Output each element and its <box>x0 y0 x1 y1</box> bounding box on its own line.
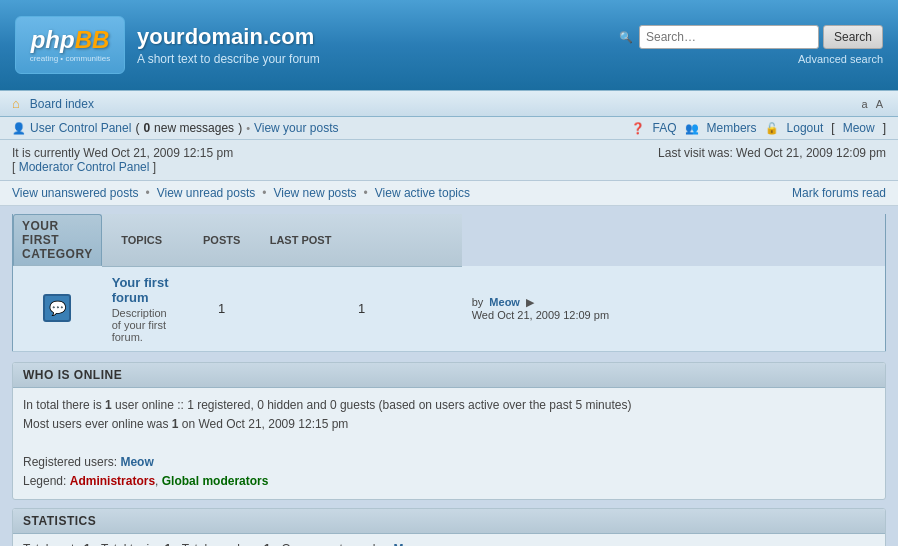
newest-user-link[interactable]: Meow <box>393 542 426 546</box>
members-icon: 👥 <box>685 122 699 135</box>
registered-pre: Registered users: <box>23 455 117 469</box>
forum-posts: 1 <box>262 266 462 351</box>
members-count: 1 <box>264 542 271 546</box>
faq-link[interactable]: FAQ <box>653 121 677 135</box>
col-last-post: LAST POST <box>262 214 462 266</box>
mod-panel-link[interactable]: Moderator Control Panel <box>19 160 150 174</box>
user-icon: 👤 <box>12 122 26 135</box>
forum-table: YOUR FIRST CATEGORY TOPICS POSTS LAST PO… <box>12 214 886 352</box>
forum-icon-glyph: 💬 <box>49 300 66 316</box>
user-bar-right: ❓ FAQ 👥 Members 🔓 Logout [ Meow ] <box>631 121 886 135</box>
ucp-link[interactable]: User Control Panel <box>30 121 131 135</box>
view-unanswered-link[interactable]: View unanswered posts <box>12 186 139 200</box>
forum-name-link[interactable]: Your first forum <box>112 275 169 305</box>
view-post-icon[interactable]: ▶ <box>526 296 534 308</box>
info-bar: It is currently Wed Oct 21, 2009 12:15 p… <box>0 140 898 181</box>
who-online-header: WHO IS ONLINE <box>13 363 885 388</box>
quicklinks-left: View unanswered posts • View unread post… <box>12 186 470 200</box>
posts-count: 1 <box>84 542 91 546</box>
header: phpBB creating • communities yourdomain.… <box>0 0 898 90</box>
advanced-search-link[interactable]: Advanced search <box>798 53 883 65</box>
last-post-time: Wed Oct 21, 2009 12:09 pm <box>472 309 609 321</box>
ql-sep3: • <box>364 186 368 200</box>
logo-text-bb: BB <box>75 26 110 53</box>
search-input[interactable] <box>639 25 819 49</box>
site-description: A short text to describe your forum <box>137 52 320 66</box>
info-bar-left: It is currently Wed Oct 21, 2009 12:15 p… <box>12 146 233 174</box>
logout-open: [ <box>831 121 834 135</box>
quicklinks-bar: View unanswered posts • View unread post… <box>0 181 898 206</box>
statistics-section: STATISTICS Total posts 1 • Total topics … <box>12 508 886 546</box>
members-link[interactable]: Members <box>707 121 757 135</box>
view-new-link[interactable]: View new posts <box>273 186 356 200</box>
forum-row: 💬 Your first forum Description of your f… <box>13 266 886 351</box>
search-icon: 🔍 <box>619 31 633 44</box>
mods-link[interactable]: Global moderators <box>162 474 269 488</box>
font-increase[interactable]: A <box>873 97 886 111</box>
last-post-by: by <box>472 296 484 308</box>
logout-icon: 🔓 <box>765 122 779 135</box>
forum-info-cell: Your first forum Description of your fir… <box>102 266 182 351</box>
mod-open: [ <box>12 160 15 174</box>
search-row: 🔍 Search <box>619 25 883 49</box>
current-time: It is currently Wed Oct 21, 2009 12:15 p… <box>12 146 233 160</box>
online-line1-post: user online :: 1 registered, 0 hidden an… <box>115 398 631 412</box>
nav-left: ⌂ Board index <box>12 96 94 111</box>
main-content: YOUR FIRST CATEGORY TOPICS POSTS LAST PO… <box>0 206 898 546</box>
online-line2-post: on Wed Oct 21, 2009 12:15 pm <box>182 417 349 431</box>
search-button[interactable]: Search <box>823 25 883 49</box>
view-unread-link[interactable]: View unread posts <box>157 186 256 200</box>
user-bar-left: 👤 User Control Panel ( 0 new messages ) … <box>12 121 338 135</box>
faq-icon: ❓ <box>631 122 645 135</box>
board-index-breadcrumb[interactable]: Board index <box>30 97 94 111</box>
ql-sep1: • <box>146 186 150 200</box>
username-link[interactable]: Meow <box>843 121 875 135</box>
forum-icon: 💬 <box>43 294 71 322</box>
info-bar-right: Last visit was: Wed Oct 21, 2009 12:09 p… <box>658 146 886 174</box>
who-online-body: In total there is 1 user online :: 1 reg… <box>13 388 885 500</box>
statistics-body: Total posts 1 • Total topics 1 • Total m… <box>13 534 885 546</box>
font-size-controls: a A <box>859 97 886 111</box>
online-line1-pre: In total there is <box>23 398 102 412</box>
legend-label: Legend: <box>23 474 66 488</box>
new-messages-count: 0 <box>143 121 150 135</box>
members-pre: • Total members <box>174 542 260 546</box>
user-bar: 👤 User Control Panel ( 0 new messages ) … <box>0 117 898 140</box>
category-title: YOUR FIRST CATEGORY <box>22 219 93 261</box>
newest-pre: • Our newest member <box>274 542 390 546</box>
last-post-user[interactable]: Meow <box>489 296 520 308</box>
font-decrease[interactable]: a <box>859 97 871 111</box>
logo-text: phpBB <box>31 28 110 52</box>
last-post-cell: by Meow ▶ Wed Oct 21, 2009 12:09 pm <box>462 266 886 351</box>
who-online-section: WHO IS ONLINE In total there is 1 user o… <box>12 362 886 501</box>
view-active-link[interactable]: View active topics <box>375 186 470 200</box>
separator-ucp: ) <box>238 121 242 135</box>
col-topics: TOPICS <box>102 214 182 266</box>
new-messages-text: new messages <box>154 121 234 135</box>
view-posts-link[interactable]: View your posts <box>254 121 339 135</box>
logout-link[interactable]: Logout <box>787 121 824 135</box>
search-area: 🔍 Search Advanced search <box>619 25 883 65</box>
topics-pre: • Total topics <box>94 542 161 546</box>
logo-sub: creating • communities <box>30 54 111 63</box>
logo-area: phpBB creating • communities yourdomain.… <box>15 16 320 74</box>
forum-topics: 1 <box>182 266 262 351</box>
logo: phpBB creating • communities <box>15 16 125 74</box>
col-posts: POSTS <box>182 214 262 266</box>
sep1: • <box>246 122 250 134</box>
ql-sep2: • <box>262 186 266 200</box>
logout-close: ] <box>883 121 886 135</box>
mark-read-link[interactable]: Mark forums read <box>792 186 886 200</box>
registered-user-link[interactable]: Meow <box>120 455 153 469</box>
paren-open: ( <box>135 121 139 135</box>
online-line2-pre: Most users ever online was <box>23 417 168 431</box>
posts-pre: Total posts <box>23 542 80 546</box>
most-count: 1 <box>172 417 179 431</box>
site-title: yourdomain.com <box>137 24 320 50</box>
admins-link[interactable]: Administrators <box>70 474 155 488</box>
last-visit: Last visit was: Wed Oct 21, 2009 12:09 p… <box>658 146 886 160</box>
forum-description: Description of your first forum. <box>112 307 172 343</box>
topics-count: 1 <box>164 542 171 546</box>
mod-close: ] <box>153 160 156 174</box>
statistics-header: STATISTICS <box>13 509 885 534</box>
